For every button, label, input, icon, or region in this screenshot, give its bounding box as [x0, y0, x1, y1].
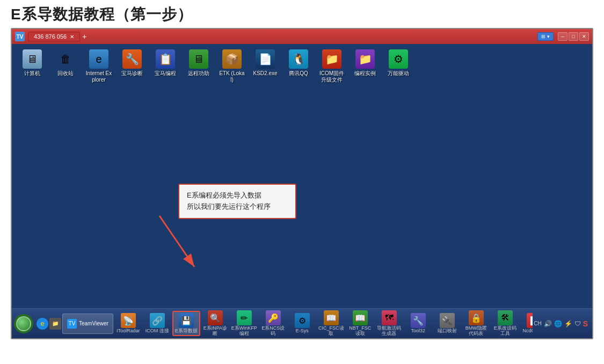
itool-tb-label: IToolRadar: [117, 329, 140, 334]
ncdcafd-tb-label: NcdCafd...: [523, 329, 533, 334]
desktop-icon-wan[interactable]: ⚙ 万能驱动: [383, 48, 413, 84]
tool32-tb-label: Tool32: [411, 329, 426, 334]
minimize-button[interactable]: ─: [558, 32, 567, 41]
etk-icon-img: 📦: [222, 49, 242, 69]
bmwmima-tb-icon-img: 🔒: [469, 310, 484, 325]
tab-add-icon[interactable]: +: [82, 32, 86, 41]
bmwmima-tb-label: BMW隐匿代码表: [463, 326, 489, 337]
tab-title: 436 876 056: [34, 33, 67, 40]
recycle-icon-label: 回收站: [57, 70, 74, 77]
taskbar-icon-ewinkfp[interactable]: ✏ E系WinKFP编程: [230, 309, 258, 338]
bmwprog-icon-img: 📋: [156, 49, 175, 69]
esys-tb-label: E-Sys: [296, 329, 309, 334]
coding-icon-img: 📁: [355, 49, 375, 69]
desktop-icon-recycle[interactable]: 🗑 回收站: [50, 48, 81, 84]
svg-line-1: [159, 216, 194, 267]
start-button[interactable]: [14, 314, 33, 333]
encs-tb-icon-img: 🔑: [266, 310, 281, 325]
nbt-tb-icon-img: 📖: [353, 310, 368, 325]
ksd2-icon-img: 📄: [256, 49, 275, 69]
tray-power-icon: ⚡: [564, 320, 572, 327]
desktop-icons-top: 🖥 计算机 🗑 回收站 e Internet Explorer 🔧 宝马诊断 📋…: [12, 44, 592, 89]
desktop-icon-etk[interactable]: 📦 ETK (Lokal): [217, 48, 247, 84]
tray-network-icon: 🌐: [554, 320, 562, 327]
taskbar-icon-nbt[interactable]: 📖 NBT_FSC读取: [346, 309, 374, 338]
tab-close-icon[interactable]: ✕: [70, 34, 74, 40]
desktop-icon-coding[interactable]: 📁 编程实例: [350, 48, 380, 84]
daohang-tb-icon-img: 🗺: [382, 310, 397, 325]
taskbar-icon-encs[interactable]: 🔑 E系NCS设码: [259, 309, 287, 338]
desktop-icon-bmwdiag[interactable]: 🔧 宝马诊断: [117, 48, 147, 84]
expand-button[interactable]: ⊞ ▾: [537, 32, 554, 41]
taskbar-icon-einpa[interactable]: 🔍 E系INPA诊断: [201, 309, 229, 338]
callout-line2: 所以我们要先运行这个程序: [187, 201, 288, 213]
ie-icon-label: Internet Explorer: [85, 70, 113, 83]
ncdcafd-tb-icon-img: 📄: [527, 313, 533, 328]
tray-audio-icon: 🔊: [544, 320, 552, 327]
computer-icon-img: 🖥: [23, 49, 42, 69]
esysdata-tb-icon-img: 💾: [179, 313, 194, 328]
remote-icon-img: 🖥: [189, 49, 208, 69]
taskbar-icon-cic[interactable]: 📖 CIC_FSC读取: [317, 309, 345, 338]
ewinkfp-tb-icon-img: ✏: [237, 310, 252, 325]
ie-quicklaunch-icon[interactable]: e: [37, 318, 48, 330]
teamviewer-label: TeamViewer: [79, 321, 108, 326]
taskbar-icon-jiepan[interactable]: 🔌 端口映射: [433, 312, 461, 335]
qq-icon-label: 腾讯QQ: [289, 70, 308, 77]
ewinkfp-tb-label: E系WinKFP编程: [231, 326, 257, 337]
taskbar-icon-esysdata[interactable]: 💾 E系导数据: [172, 311, 200, 336]
egaige-tb-icon-img: 🛠: [498, 310, 513, 325]
taskbar-icon-tool32[interactable]: 🔧 Tool32: [404, 312, 432, 335]
desktop-icon-ksd2[interactable]: 📄 KSD2.exe: [250, 48, 280, 84]
tool32-tb-icon-img: 🔧: [411, 313, 426, 328]
taskbar-icon-esys[interactable]: ⚙ E-Sys: [288, 312, 316, 335]
egaige-tb-label: E系改设码工具: [492, 326, 518, 337]
tray-antivirus-icon: 🛡: [574, 320, 581, 327]
wan-icon-img: ⚙: [389, 49, 408, 69]
tv-icon: TV: [67, 319, 77, 329]
tray-snake-icon: S: [583, 319, 588, 328]
cic-tb-label: CIC_FSC读取: [318, 326, 344, 337]
coding-icon-label: 编程实例: [354, 70, 376, 77]
einpa-tb-icon-img: 🔍: [208, 310, 223, 325]
taskbar-icons-bottom: 📡 IToolRadar 🔗 ICOM 连接 💾 E系导数据 🔍 E系INPA诊…: [114, 309, 533, 338]
qq-icon-img: 🐧: [289, 49, 308, 69]
desktop-icon-qq[interactable]: 🐧 腾讯QQ: [283, 48, 314, 84]
callout-box: E系编程必须先导入数据 所以我们要先运行这个程序: [178, 184, 296, 219]
desktop-icon-remote[interactable]: 🖥 远程功助: [184, 48, 214, 84]
taskbar-icon-itool[interactable]: 📡 IToolRadar: [114, 312, 142, 335]
remote-desktop-window: TV 436 876 056 ✕ + ⊞ ▾ ─ □ ✕ 🖥 计算机 🗑 回收站…: [11, 28, 593, 339]
window-controls: ⊞ ▾ ─ □ ✕: [537, 32, 589, 41]
taskbar: e 📁 TV TeamViewer 📡 IToolRadar 🔗 ICOM 连接…: [12, 308, 592, 338]
taskbar-icon-egaige[interactable]: 🛠 E系改设码工具: [491, 309, 519, 338]
teamviewer-icon: TV: [15, 32, 25, 41]
taskbar-icon-ncdcafd[interactable]: 📄 NcdCafd...: [520, 312, 533, 335]
callout-line1: E系编程必须先导入数据: [187, 190, 288, 201]
system-tray: CH 🔊 🌐 ⚡ 🛡 S: [534, 319, 590, 328]
desktop-icon-icom[interactable]: 📁 ICOM固件升级文件: [317, 48, 347, 84]
remote-icon-label: 远程功助: [188, 70, 209, 77]
desktop-icon-bmwprog[interactable]: 📋 宝马编程: [150, 48, 180, 84]
remote-desktop: 🖥 计算机 🗑 回收站 e Internet Explorer 🔧 宝马诊断 📋…: [12, 44, 592, 310]
desktop-icon-ie[interactable]: e Internet Explorer: [84, 48, 114, 84]
icomconn-tb-label: ICOM 连接: [145, 329, 169, 334]
titlebar: TV 436 876 056 ✕ + ⊞ ▾ ─ □ ✕: [12, 29, 592, 44]
taskbar-icon-bmwmima[interactable]: 🔒 BMW隐匿代码表: [462, 309, 490, 338]
maximize-button[interactable]: □: [569, 32, 578, 41]
tab[interactable]: 436 876 056 ✕: [28, 32, 80, 41]
ie-icon-img: e: [89, 49, 108, 69]
einpa-tb-label: E系INPA诊断: [202, 326, 228, 337]
nbt-tb-label: NBT_FSC读取: [347, 326, 373, 337]
page-title: E系导数据教程（第一步）: [11, 4, 593, 25]
recycle-icon-img: 🗑: [56, 49, 75, 69]
cic-tb-icon-img: 📖: [324, 310, 339, 325]
taskbar-icon-icomconn[interactable]: 🔗 ICOM 连接: [143, 312, 171, 335]
taskbar-icon-daohang[interactable]: 🗺 导航激活码生成器: [375, 309, 403, 338]
folder-quicklaunch-icon[interactable]: 📁: [49, 318, 61, 330]
close-button[interactable]: ✕: [579, 32, 589, 41]
page-header: E系导数据教程（第一步）: [0, 0, 604, 28]
daohang-tb-label: 导航激活码生成器: [376, 326, 402, 337]
icomconn-tb-icon-img: 🔗: [150, 313, 165, 328]
teamviewer-taskbar-app[interactable]: TV TeamViewer: [62, 314, 113, 334]
desktop-icon-computer[interactable]: 🖥 计算机: [17, 48, 47, 84]
